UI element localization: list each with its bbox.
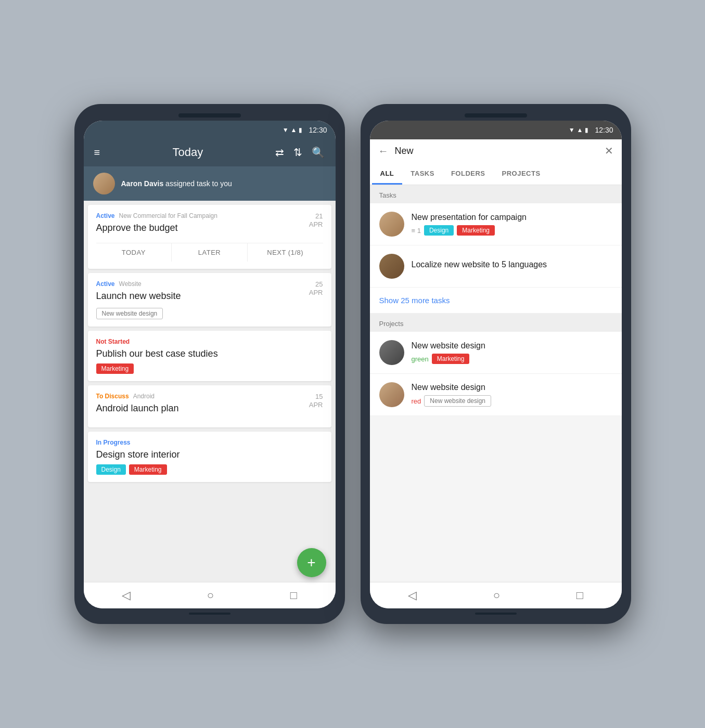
app-header: ≡ Today ⇄ ⇅ 🔍 xyxy=(84,139,336,166)
tab-folders[interactable]: FOLDERS xyxy=(443,162,494,185)
search-header: ← New ✕ xyxy=(370,139,622,162)
result-content-1: New presentation for campaign ≡ 1 Design… xyxy=(412,213,612,236)
task-title-5: Design store interior xyxy=(96,449,323,460)
task-title-2: Launch new website xyxy=(96,291,181,302)
task-status-3: Not Started xyxy=(96,338,130,345)
search-task-2[interactable]: Localize new website to 5 languages xyxy=(370,245,622,288)
task-action-next[interactable]: NEXT (1/8) xyxy=(248,243,323,262)
result-content-p2: New website design red New website desig… xyxy=(412,383,612,407)
tag-marketing-p1: Marketing xyxy=(432,354,470,364)
nav-back-icon[interactable]: ◁ xyxy=(122,589,131,602)
status-bar-2: ▼ ▲ ▮ 12:30 xyxy=(370,121,622,139)
fab-add[interactable]: + xyxy=(297,548,326,577)
phone-notch xyxy=(178,113,241,118)
nav-recent-icon-2[interactable]: □ xyxy=(576,589,583,602)
search-results: Tasks New presentation for campaign ≡ 1 … xyxy=(370,185,622,582)
result-tags-p1: green Marketing xyxy=(412,354,612,364)
result-content-2: Localize new website to 5 languages xyxy=(412,260,612,272)
nav-back-icon-2[interactable]: ◁ xyxy=(408,589,417,602)
search-query: New xyxy=(395,146,598,157)
search-clear-icon[interactable]: ✕ xyxy=(605,145,613,157)
wifi-icon: ▼ xyxy=(283,126,289,134)
result-tags-1: ≡ 1 Design Marketing xyxy=(412,225,612,236)
task-card-3[interactable]: Not Started Publish our best case studie… xyxy=(88,331,331,381)
nav-recent-icon[interactable]: □ xyxy=(290,589,297,602)
task-tags-5: Design Marketing xyxy=(96,464,323,475)
search-project-1[interactable]: New website design green Marketing xyxy=(370,332,622,374)
phone-screen-2: ▼ ▲ ▮ 12:30 ← New ✕ ALL TASKS FOLDERS PR… xyxy=(370,121,622,608)
result-avatar-2 xyxy=(379,254,404,279)
task-card-2[interactable]: Active Website Launch new website 25 APR… xyxy=(88,273,331,327)
tab-projects[interactable]: PROJECTS xyxy=(494,162,549,185)
task-meta-3: Not Started xyxy=(96,338,323,345)
notification-text: Aaron Davis assigned task to you xyxy=(121,179,232,188)
task-meta-5: In Progress xyxy=(96,439,323,446)
wifi-icon-2: ▼ xyxy=(569,126,575,134)
show-more-tasks[interactable]: Show 25 more tasks xyxy=(370,288,622,314)
sort-icon[interactable]: ⇄ xyxy=(275,146,284,159)
task-card-5[interactable]: In Progress Design store interior Design… xyxy=(88,432,331,482)
task-project-2: Website xyxy=(119,280,142,288)
result-title-1: New presentation for campaign xyxy=(412,213,612,222)
phone-bottom-2 xyxy=(475,613,517,615)
tab-tasks[interactable]: TASKS xyxy=(402,162,443,185)
status-bar-1: ▼ ▲ ▮ 12:30 xyxy=(84,121,336,139)
task-card-1[interactable]: Active New Commercial for Fall Campaign … xyxy=(88,205,331,269)
task-status-4: To Discuss xyxy=(96,393,129,400)
task-action-later[interactable]: LATER xyxy=(172,243,248,262)
phone-2: ▼ ▲ ▮ 12:30 ← New ✕ ALL TASKS FOLDERS PR… xyxy=(361,104,631,624)
avatar xyxy=(93,173,115,194)
task-card-4[interactable]: To Discuss Android Android launch plan 1… xyxy=(88,385,331,427)
nav-bar-2: ◁ ○ □ xyxy=(370,582,622,608)
task-status-1: Active xyxy=(96,212,115,219)
search-back-icon[interactable]: ← xyxy=(378,145,389,157)
tag-website: New website design xyxy=(96,308,163,319)
task-count-tag: ≡ 1 xyxy=(412,227,421,235)
result-title-2: Localize new website to 5 languages xyxy=(412,260,612,269)
search-project-2[interactable]: New website design red New website desig… xyxy=(370,374,622,416)
tag-outline-p2: New website design xyxy=(424,395,491,407)
result-avatar-p2 xyxy=(379,382,404,407)
task-title-1: Approve the budget xyxy=(96,223,217,233)
task-date-2: 25 APR xyxy=(309,280,323,296)
tag-marketing-5: Marketing xyxy=(129,464,167,475)
nav-home-icon-2[interactable]: ○ xyxy=(493,589,500,602)
task-action-today[interactable]: TODAY xyxy=(96,243,172,262)
nav-bar-1: ◁ ○ □ xyxy=(84,582,336,608)
tag-marketing-3: Marketing xyxy=(96,363,134,374)
signal-icon: ▲ xyxy=(291,126,297,134)
status-time: 12:30 xyxy=(309,126,327,134)
tag-design-r1: Design xyxy=(424,225,454,236)
status-icons: ▼ ▲ ▮ xyxy=(283,126,303,134)
task-date-4: 15 APR xyxy=(309,393,323,409)
task-meta-4: To Discuss Android Android launch plan xyxy=(96,393,179,418)
search-tabs: ALL TASKS FOLDERS PROJECTS xyxy=(370,162,622,185)
result-tags-p2: red New website design xyxy=(412,395,612,407)
phone-notch-2 xyxy=(465,113,527,118)
battery-icon-2: ▮ xyxy=(585,126,588,134)
task-project-1: New Commercial for Fall Campaign xyxy=(119,212,217,219)
tag-design-5: Design xyxy=(96,464,126,475)
result-content-p1: New website design green Marketing xyxy=(412,341,612,364)
color-label-red: red xyxy=(412,397,421,405)
search-icon[interactable]: 🔍 xyxy=(312,146,325,159)
result-title-p2: New website design xyxy=(412,383,612,392)
tab-all[interactable]: ALL xyxy=(372,162,403,185)
search-bar[interactable]: New xyxy=(395,146,598,157)
task-status-5: In Progress xyxy=(96,439,131,446)
result-avatar-p1 xyxy=(379,340,404,365)
header-actions: ⇄ ⇅ 🔍 xyxy=(275,146,325,159)
signal-icon-2: ▲ xyxy=(577,126,583,134)
task-header-1: Active New Commercial for Fall Campaign … xyxy=(96,212,323,238)
nav-home-icon[interactable]: ○ xyxy=(207,589,214,602)
menu-icon[interactable]: ≡ xyxy=(94,147,100,159)
notification-bar: Aaron Davis assigned task to you xyxy=(84,166,336,201)
task-date-1: 21 APR xyxy=(309,212,323,228)
page-title: Today xyxy=(172,146,203,159)
task-meta-1: Active New Commercial for Fall Campaign … xyxy=(96,212,217,238)
projects-section-header: Projects xyxy=(370,314,622,332)
search-task-1[interactable]: New presentation for campaign ≡ 1 Design… xyxy=(370,203,622,245)
filter-icon[interactable]: ⇅ xyxy=(293,146,302,159)
result-title-p1: New website design xyxy=(412,341,612,350)
task-title-4: Android launch plan xyxy=(96,403,179,414)
